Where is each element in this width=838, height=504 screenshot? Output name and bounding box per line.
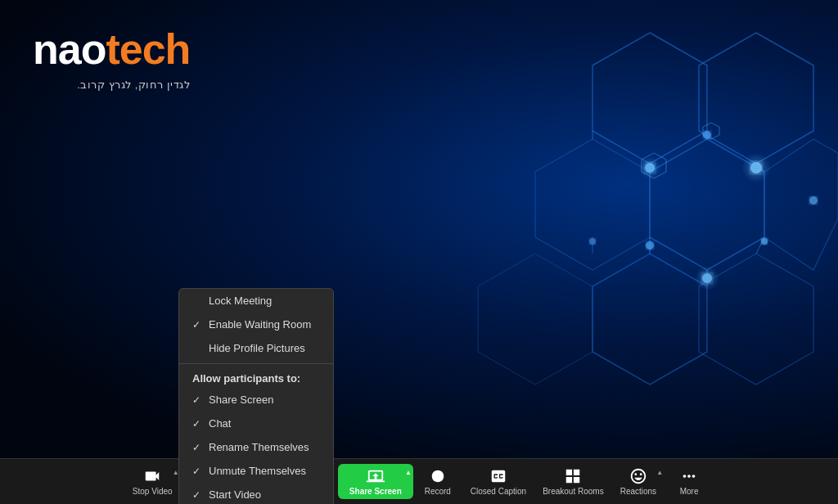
record-icon — [429, 467, 447, 485]
share-screen-label: Share Screen — [349, 487, 402, 496]
unmute-check: ✓ — [192, 466, 204, 477]
closed-caption-icon — [489, 467, 507, 485]
svg-point-22 — [589, 238, 596, 245]
record-button[interactable]: Record — [413, 464, 462, 499]
svg-marker-24 — [703, 123, 719, 139]
chat-check: ✓ — [192, 418, 204, 430]
logo-tagline: לגדין רחוק, לגרץ קרוב. — [33, 79, 190, 91]
start-video-label: Start Video — [209, 488, 261, 501]
security-dropdown-menu: Lock Meeting ✓ Enable Waiting Room Hide … — [178, 288, 334, 504]
stop-video-button[interactable]: ▲ Stop Video — [124, 464, 181, 499]
reactions-icon — [629, 467, 647, 485]
svg-marker-29 — [372, 473, 378, 479]
more-button[interactable]: More — [665, 464, 714, 499]
chat-item[interactable]: ✓ Chat — [179, 412, 333, 435]
closed-caption-label: Closed Caption — [471, 487, 526, 496]
hide-profile-pictures-item[interactable]: Hide Profile Pictures — [179, 336, 333, 360]
share-screen-item[interactable]: ✓ Share Screen — [179, 388, 333, 412]
svg-point-20 — [646, 241, 654, 250]
svg-marker-4 — [764, 139, 838, 270]
share-screen-icon — [367, 467, 385, 485]
svg-point-21 — [761, 238, 768, 245]
hide-profile-pictures-label: Hide Profile Pictures — [209, 342, 305, 354]
hex-background — [363, 0, 838, 463]
enable-waiting-room-check: ✓ — [192, 319, 204, 331]
breakout-rooms-button[interactable]: Breakout Rooms — [534, 464, 611, 499]
breakout-rooms-label: Breakout Rooms — [543, 487, 603, 496]
stop-video-label: Stop Video — [133, 487, 173, 496]
unmute-themselves-item[interactable]: ✓ Unmute Themselves — [179, 459, 333, 483]
lock-meeting-item[interactable]: Lock Meeting — [179, 289, 333, 313]
toolbar: ▲ Stop Video ▲ Security ▲ Participants C… — [0, 458, 838, 504]
logo-nao: nao — [33, 25, 106, 74]
share-screen-chevron: ▲ — [405, 469, 412, 476]
svg-point-26 — [741, 153, 771, 182]
svg-point-27 — [695, 266, 719, 290]
reactions-button[interactable]: ▲ Reactions — [612, 464, 665, 499]
chat-label: Chat — [209, 417, 231, 430]
stop-video-icon — [143, 467, 161, 485]
share-screen-button[interactable]: ▲ Share Screen — [338, 464, 413, 499]
rename-themselves-item[interactable]: ✓ Rename Themselves — [179, 435, 333, 459]
svg-point-28 — [638, 156, 661, 179]
logo-area: naotech לגדין רחוק, לגרץ קרוב. — [33, 25, 190, 91]
rename-label: Rename Themselves — [209, 441, 309, 453]
reactions-chevron: ▲ — [656, 469, 663, 476]
start-video-item[interactable]: ✓ Start Video — [179, 483, 333, 504]
svg-marker-0 — [592, 33, 707, 164]
more-label: More — [680, 487, 699, 496]
rename-check: ✓ — [192, 442, 204, 453]
svg-point-17 — [703, 131, 711, 139]
menu-divider-1 — [179, 363, 333, 364]
enable-waiting-room-label: Enable Waiting Room — [209, 318, 311, 331]
record-label: Record — [425, 487, 451, 496]
reactions-label: Reactions — [620, 487, 656, 496]
share-screen-check: ✓ — [192, 394, 204, 406]
unmute-label: Unmute Themselves — [209, 465, 306, 477]
logo-tech: tech — [106, 25, 190, 74]
breakout-rooms-icon — [564, 467, 582, 485]
share-screen-label: Share Screen — [209, 394, 274, 406]
allow-participants-label: Allow participants to: — [179, 367, 333, 388]
svg-marker-7 — [478, 254, 592, 385]
svg-marker-5 — [592, 254, 707, 385]
svg-point-30 — [431, 470, 444, 483]
lock-meeting-label: Lock Meeting — [209, 295, 272, 307]
closed-caption-button[interactable]: Closed Caption — [462, 464, 534, 499]
svg-point-23 — [809, 196, 818, 205]
start-video-check: ✓ — [192, 489, 204, 501]
enable-waiting-room-item[interactable]: ✓ Enable Waiting Room — [179, 313, 333, 336]
more-icon — [680, 467, 698, 485]
